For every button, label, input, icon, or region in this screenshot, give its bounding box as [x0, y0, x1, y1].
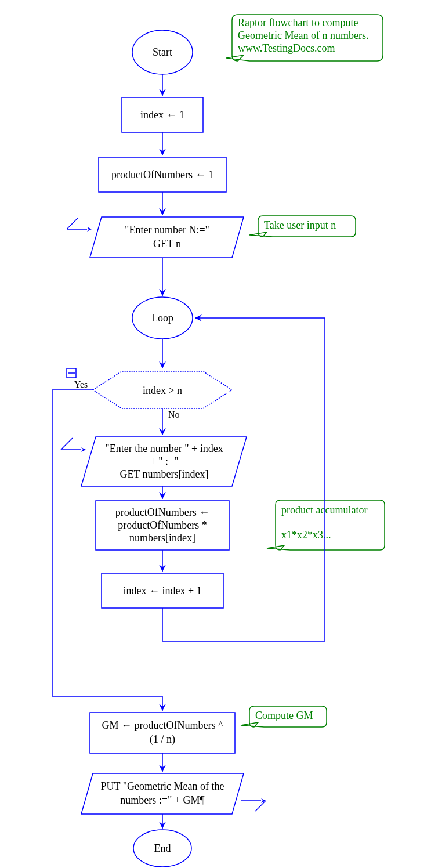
svg-text:GET n: GET n — [153, 238, 181, 249]
label-no: No — [168, 410, 180, 419]
svg-text:productOfNumbers  *: productOfNumbers * — [118, 519, 207, 531]
annotation-title-line2: Geometric Mean of n numbers. — [238, 30, 368, 41]
annotation-title-line3: www.TestingDocs.com — [238, 42, 335, 54]
svg-text:productOfNumbers ←: productOfNumbers ← — [115, 507, 209, 518]
svg-text:+ " :=": + " :=" — [150, 455, 179, 467]
svg-text:Start: Start — [153, 46, 172, 58]
svg-text:End: End — [154, 842, 171, 854]
svg-marker-47 — [81, 773, 244, 814]
node-assign-gm: GM ← productOfNumbers ^ (1 / n) — [90, 713, 235, 753]
svg-text:"Enter number N:=": "Enter number N:=" — [125, 224, 209, 236]
node-assign-product-accum: productOfNumbers ← productOfNumbers * nu… — [96, 501, 229, 550]
svg-text:product accumulator: product accumulator — [281, 504, 367, 516]
svg-text:numbers :=" + GM¶: numbers :=" + GM¶ — [120, 794, 204, 806]
node-input-n: "Enter number N:=" GET n — [67, 217, 244, 258]
flowchart-canvas: Raptor flowchart to compute Geometric Me… — [0, 0, 431, 868]
svg-text:Compute GM: Compute GM — [255, 710, 313, 721]
svg-marker-9 — [90, 217, 244, 258]
node-end: End — [133, 830, 191, 867]
svg-text:Loop: Loop — [151, 312, 173, 324]
svg-line-12 — [67, 218, 78, 229]
node-loop: Loop — [132, 297, 193, 339]
annotation-input-n: Take user input n — [249, 216, 356, 237]
svg-text:GM ← productOfNumbers  ^: GM ← productOfNumbers ^ — [102, 719, 223, 731]
svg-text:x1*x2*x3...: x1*x2*x3... — [281, 529, 331, 541]
svg-text:index ← index  +  1: index ← index + 1 — [123, 585, 201, 596]
svg-text:(1 / n): (1 / n) — [150, 733, 175, 746]
node-assign-index-1: index ← 1 — [122, 97, 203, 132]
svg-text:productOfNumbers ← 1: productOfNumbers ← 1 — [111, 169, 213, 180]
svg-rect-42 — [90, 713, 235, 753]
svg-text:PUT "Geometric Mean of the: PUT "Geometric Mean of the — [101, 780, 224, 792]
svg-text:numbers[index]: numbers[index] — [129, 532, 195, 544]
svg-text:"Enter the number " + index: "Enter the number " + index — [105, 443, 223, 454]
svg-line-28 — [61, 438, 73, 450]
svg-line-50 — [255, 801, 266, 811]
node-assign-product-1: productOfNumbers ← 1 — [99, 157, 226, 192]
svg-text:index > n: index > n — [143, 385, 182, 396]
svg-marker-27 — [81, 447, 86, 452]
svg-marker-49 — [261, 798, 266, 803]
svg-text:index ← 1: index ← 1 — [140, 109, 184, 121]
label-yes: Yes — [74, 379, 88, 389]
node-decision-index-gt-n: index > n — [67, 368, 232, 408]
svg-text:GET numbers[index]: GET numbers[index] — [119, 468, 208, 480]
svg-marker-11 — [87, 227, 92, 232]
annotation-title: Raptor flowchart to compute Geometric Me… — [226, 15, 383, 61]
node-input-number-i: "Enter the number " + index + " :=" GET … — [61, 437, 247, 486]
annotation-compute-gm: Compute GM — [241, 706, 327, 727]
annotation-title-line1: Raptor flowchart to compute — [238, 17, 358, 28]
annotation-product-accum: product accumulator x1*x2*x3... — [267, 500, 385, 550]
node-assign-index-inc: index ← index + 1 — [102, 573, 223, 608]
node-output-gm: PUT "Geometric Mean of the numbers :=" +… — [81, 773, 266, 814]
svg-text:Take user input n: Take user input n — [264, 219, 336, 231]
node-start: Start — [132, 30, 193, 74]
